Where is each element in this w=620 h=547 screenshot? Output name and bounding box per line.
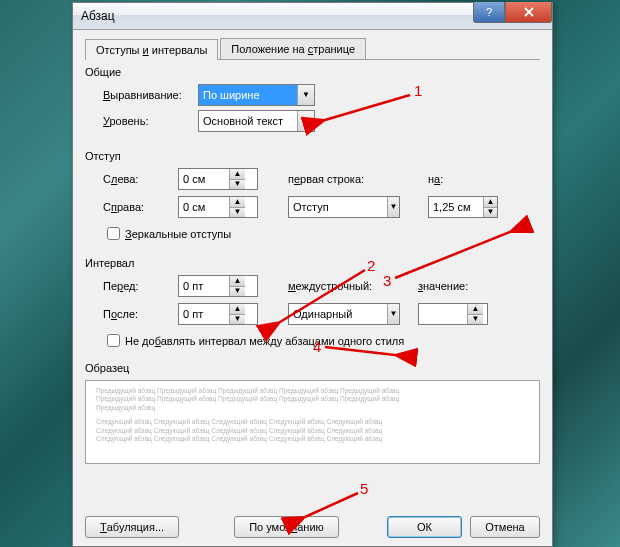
mirror-label: Зеркальные отступы [125,228,231,240]
spin-down-icon[interactable]: ▼ [230,315,245,325]
section-preview: Образец [85,362,540,374]
alignment-label: Выравнивание: [103,89,198,101]
linespacing-value[interactable] [289,304,387,324]
by-label: на: [428,173,523,185]
ok-button[interactable]: ОК [387,516,462,538]
paragraph-dialog: Абзац ? Отступы и интервалы Положение на… [72,2,553,547]
after-spin[interactable]: ▲▼ [178,303,258,325]
firstline-value[interactable] [289,197,387,217]
firstline-combo[interactable]: ▼ [288,196,400,218]
titlebar[interactable]: Абзац ? [73,3,552,30]
help-button[interactable]: ? [473,2,505,23]
tabs-button[interactable]: Табуляция... [85,516,179,538]
section-indent: Отступ [85,150,540,162]
spin-down-icon[interactable]: ▼ [230,180,245,190]
cancel-button[interactable]: Отмена [470,516,540,538]
spin-up-icon[interactable]: ▲ [230,304,245,315]
level-value[interactable] [199,111,297,131]
alignment-value[interactable] [199,85,297,105]
noadd-label: Не добавлять интервал между абзацами одн… [125,335,404,347]
dropdown-icon[interactable]: ▼ [387,304,399,324]
at-spin[interactable]: ▲▼ [418,303,488,325]
spin-down-icon[interactable]: ▼ [230,208,245,218]
linespacing-combo[interactable]: ▼ [288,303,400,325]
noadd-checkbox[interactable] [107,334,120,347]
spin-up-icon[interactable]: ▲ [230,276,245,287]
section-spacing: Интервал [85,257,540,269]
close-button[interactable] [505,2,552,23]
level-combo[interactable]: ▼ [198,110,315,132]
tabstrip: Отступы и интервалы Положение на страниц… [85,38,540,60]
right-value[interactable] [179,197,229,217]
alignment-combo[interactable]: ▼ [198,84,315,106]
left-spin[interactable]: ▲▼ [178,168,258,190]
at-value[interactable] [419,304,467,324]
dropdown-icon[interactable]: ▼ [297,85,314,105]
right-spin[interactable]: ▲▼ [178,196,258,218]
mirror-checkbox[interactable] [107,227,120,240]
section-general: Общие [85,66,540,78]
default-button[interactable]: По умолчанию [234,516,339,538]
tab-indents[interactable]: Отступы и интервалы [85,39,218,60]
window-title: Абзац [81,9,115,23]
level-label: Уровень: [103,115,198,127]
after-value[interactable] [179,304,229,324]
at-label: значение: [418,280,513,292]
before-value[interactable] [179,276,229,296]
linespacing-label: междустрочный: [288,280,383,292]
preview-box: Предыдущий абзац Предыдущий абзац Предыд… [85,380,540,464]
by-value[interactable] [429,197,483,217]
spin-down-icon[interactable]: ▼ [468,315,483,325]
svg-text:?: ? [486,6,492,18]
dropdown-icon[interactable]: ▼ [297,111,314,131]
firstline-label: первая строка: [288,173,383,185]
spin-down-icon[interactable]: ▼ [484,208,497,218]
spin-up-icon[interactable]: ▲ [230,169,245,180]
left-value[interactable] [179,169,229,189]
spin-up-icon[interactable]: ▲ [468,304,483,315]
dropdown-icon[interactable]: ▼ [387,197,399,217]
spin-up-icon[interactable]: ▲ [230,197,245,208]
before-spin[interactable]: ▲▼ [178,275,258,297]
tab-position[interactable]: Положение на странице [220,38,366,59]
spin-down-icon[interactable]: ▼ [230,287,245,297]
by-spin[interactable]: ▲▼ [428,196,498,218]
spin-up-icon[interactable]: ▲ [484,197,497,208]
